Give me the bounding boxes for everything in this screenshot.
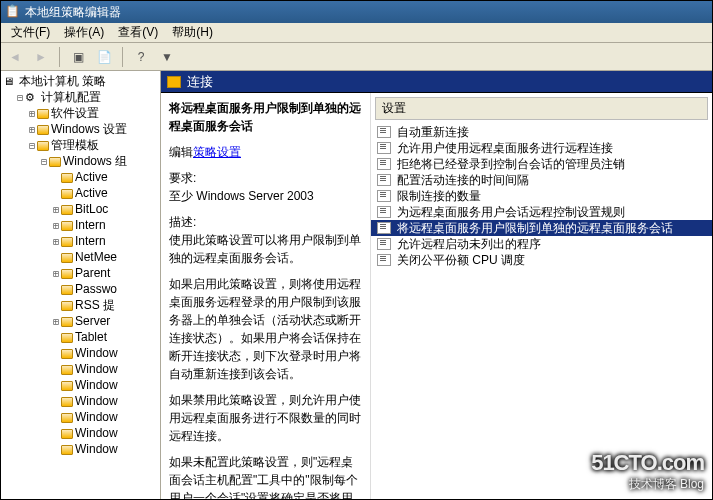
tree-item[interactable]: ⊞Parent <box>51 265 158 281</box>
expand-icon[interactable] <box>51 188 61 199</box>
expand-icon[interactable]: ⊞ <box>27 108 37 119</box>
help-button[interactable]: ? <box>131 47 151 67</box>
tree-label: Intern <box>75 218 106 232</box>
tree-software[interactable]: ⊞ 软件设置 <box>27 105 158 121</box>
content-header: 连接 <box>161 71 712 93</box>
edit-policy-link[interactable]: 策略设置 <box>193 145 241 159</box>
tree-label: Window <box>75 426 118 440</box>
expand-icon[interactable] <box>51 332 61 343</box>
req-value: 至少 Windows Server 2003 <box>169 189 314 203</box>
expand-icon[interactable] <box>51 364 61 375</box>
settings-list-item[interactable]: 为远程桌面服务用户会话远程控制设置规则 <box>371 204 712 220</box>
expand-icon[interactable] <box>51 284 61 295</box>
tree-item[interactable]: ⊞Server <box>51 313 158 329</box>
tree-pane[interactable]: 本地计算机 策略 ⊟ 计算机配置 ⊞ 软件设置 ⊞ Windows 设置 ⊟ 管… <box>1 71 161 499</box>
collapse-icon[interactable]: ⊟ <box>39 156 49 167</box>
expand-icon[interactable]: ⊞ <box>51 204 61 215</box>
tree-item[interactable]: Tablet <box>51 329 158 345</box>
expand-icon[interactable]: ⊞ <box>51 236 61 247</box>
folder-icon <box>61 237 73 247</box>
settings-list-item[interactable]: 限制连接的数量 <box>371 188 712 204</box>
expand-icon[interactable] <box>51 172 61 183</box>
computer-icon <box>3 74 17 88</box>
menu-view[interactable]: 查看(V) <box>112 22 164 43</box>
folder-icon <box>61 173 73 183</box>
settings-list-item[interactable]: 自动重新连接 <box>371 124 712 140</box>
setting-label: 限制连接的数量 <box>397 188 481 205</box>
folder-icon <box>61 349 73 359</box>
tree-root[interactable]: 本地计算机 策略 <box>3 73 158 89</box>
tree-label: 管理模板 <box>51 137 99 153</box>
menu-action[interactable]: 操作(A) <box>58 22 110 43</box>
settings-list-item[interactable]: 允许用户使用远程桌面服务进行远程连接 <box>371 140 712 156</box>
tree-item[interactable]: Window <box>51 425 158 441</box>
back-button[interactable]: ◄ <box>5 47 25 67</box>
content-body: 将远程桌面服务用户限制到单独的远程桌面服务会话 编辑策略设置 要求: 至少 Wi… <box>161 93 712 499</box>
setting-icon <box>377 238 391 250</box>
setting-icon <box>377 206 391 218</box>
tree-item[interactable]: RSS 提 <box>51 297 158 313</box>
tree-windows-components[interactable]: ⊟ Windows 组 <box>39 153 158 169</box>
menu-help[interactable]: 帮助(H) <box>166 22 219 43</box>
tree-item[interactable]: Window <box>51 393 158 409</box>
expand-icon[interactable]: ⊞ <box>27 124 37 135</box>
expand-icon[interactable] <box>51 412 61 423</box>
properties-button[interactable]: 📄 <box>94 47 114 67</box>
tree-item[interactable]: Window <box>51 361 158 377</box>
folder-icon <box>61 413 73 423</box>
up-button[interactable]: ▣ <box>68 47 88 67</box>
settings-list-item[interactable]: 关闭公平份额 CPU 调度 <box>371 252 712 268</box>
setting-icon <box>377 174 391 186</box>
expand-icon[interactable] <box>51 348 61 359</box>
tree-item[interactable]: Window <box>51 441 158 457</box>
tree-item[interactable]: ⊞Intern <box>51 233 158 249</box>
tree-item[interactable]: ⊞Intern <box>51 217 158 233</box>
collapse-icon[interactable]: ⊟ <box>27 140 37 151</box>
menu-file[interactable]: 文件(F) <box>5 22 56 43</box>
settings-list-item[interactable]: 配置活动连接的时间间隔 <box>371 172 712 188</box>
tree-label: NetMee <box>75 250 117 264</box>
req-label: 要求: <box>169 171 196 185</box>
expand-icon[interactable] <box>51 380 61 391</box>
folder-icon <box>61 317 73 327</box>
expand-icon[interactable]: ⊞ <box>51 316 61 327</box>
settings-list-item[interactable]: 允许远程启动未列出的程序 <box>371 236 712 252</box>
tree-label: Window <box>75 394 118 408</box>
desc-label: 描述: <box>169 215 196 229</box>
app-icon: 📋 <box>5 4 21 20</box>
tree-label: 计算机配置 <box>41 89 101 105</box>
tree-windows-settings[interactable]: ⊞ Windows 设置 <box>27 121 158 137</box>
tree-item[interactable]: Passwo <box>51 281 158 297</box>
settings-list-item[interactable]: 将远程桌面服务用户限制到单独的远程桌面服务会话 <box>371 220 712 236</box>
expand-icon[interactable] <box>51 300 61 311</box>
toolbar: ◄ ► ▣ 📄 ? ▼ <box>1 43 712 71</box>
tree-item[interactable]: Window <box>51 345 158 361</box>
expand-icon[interactable] <box>51 444 61 455</box>
expand-icon[interactable] <box>51 428 61 439</box>
tree-label: Active <box>75 186 108 200</box>
expand-icon[interactable]: ⊞ <box>51 268 61 279</box>
expand-icon[interactable] <box>51 396 61 407</box>
forward-button[interactable]: ► <box>31 47 51 67</box>
edit-prefix: 编辑 <box>169 145 193 159</box>
tree-label: Window <box>75 362 118 376</box>
tree-item[interactable]: Window <box>51 409 158 425</box>
setting-label: 配置活动连接的时间间隔 <box>397 172 529 189</box>
expand-icon[interactable]: ⊞ <box>51 220 61 231</box>
tree-item[interactable]: Active <box>51 169 158 185</box>
tree-computer-config[interactable]: ⊟ 计算机配置 <box>15 89 158 105</box>
tree-item[interactable]: Active <box>51 185 158 201</box>
collapse-icon[interactable]: ⊟ <box>15 92 25 103</box>
tree-label: Windows 设置 <box>51 121 127 137</box>
tree-item[interactable]: Window <box>51 377 158 393</box>
folder-icon <box>61 253 73 263</box>
list-column-header[interactable]: 设置 <box>375 97 708 120</box>
settings-list-item[interactable]: 拒绝将已经登录到控制台会话的管理员注销 <box>371 156 712 172</box>
desc-p2: 如果启用此策略设置，则将使用远程桌面服务远程登录的用户限制到该服务器上的单独会话… <box>169 275 362 383</box>
expand-icon[interactable] <box>51 252 61 263</box>
tree-admin-templates[interactable]: ⊟ 管理模板 <box>27 137 158 153</box>
toolbar-separator <box>122 47 123 67</box>
tree-item[interactable]: ⊞BitLoc <box>51 201 158 217</box>
filter-button[interactable]: ▼ <box>157 47 177 67</box>
tree-item[interactable]: NetMee <box>51 249 158 265</box>
